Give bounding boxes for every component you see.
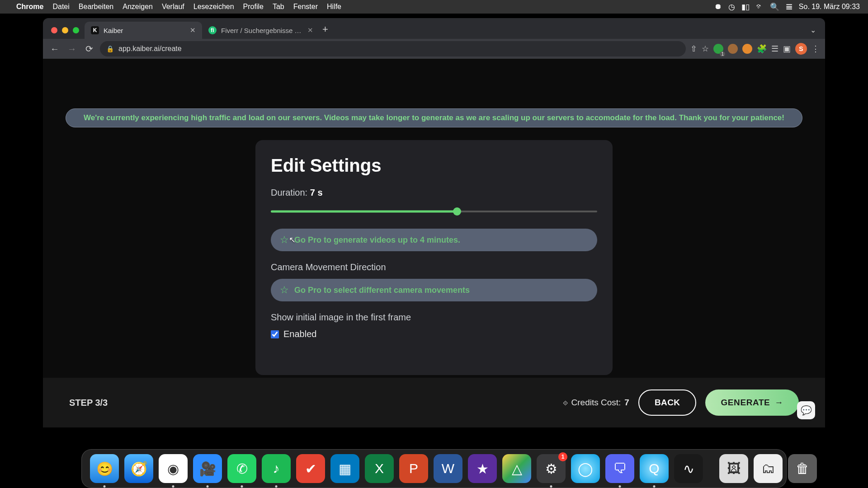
go-pro-duration-pill[interactable]: ☆ Go Pro to generate videos up to 4 minu… xyxy=(271,229,597,251)
menu-lesezeichen[interactable]: Lesezeichen xyxy=(193,3,234,11)
credits-value: 7 xyxy=(624,398,629,408)
page-viewport: We're currently experiencing high traffi… xyxy=(43,59,825,427)
dock-trash-icon[interactable]: 🗑 xyxy=(788,454,817,483)
nav-forward-icon[interactable]: → xyxy=(66,44,78,54)
go-pro-camera-text: Go Pro to select different camera moveme… xyxy=(294,286,470,295)
menu-tab[interactable]: Tab xyxy=(273,3,284,11)
credits-label: Credits Cost: xyxy=(571,398,621,408)
generate-button[interactable]: GENERATE → xyxy=(705,389,799,416)
chrome-tabstrip: K Kaiber ✕ fi Fiverr / Suchergebnisse fü… xyxy=(43,18,825,39)
dock-audio-app-icon[interactable]: ∿ xyxy=(674,454,703,483)
menu-verlauf[interactable]: Verlauf xyxy=(162,3,184,11)
dock-trello-icon[interactable]: ▦ xyxy=(330,454,359,483)
duration-slider[interactable] xyxy=(271,206,597,217)
slider-thumb[interactable] xyxy=(453,207,461,216)
spotlight-icon[interactable]: 🔍 xyxy=(770,2,779,12)
dock-powerpoint-icon[interactable]: P xyxy=(399,454,428,483)
dock-excel-icon[interactable]: X xyxy=(365,454,394,483)
tab-kaiber[interactable]: K Kaiber ✕ xyxy=(85,22,202,39)
dock-discord-icon[interactable]: 🗨 xyxy=(605,454,634,483)
battery-icon[interactable]: ▮▯ xyxy=(741,2,750,12)
dock-stack-icon[interactable]: 🗂 xyxy=(754,454,783,483)
kebab-menu-icon[interactable]: ⋮ xyxy=(811,44,820,54)
credits-cost: ⟐ Credits Cost: 7 xyxy=(563,398,629,408)
generate-label: GENERATE xyxy=(721,398,770,408)
wifi-icon[interactable]: ᯤ xyxy=(756,2,764,11)
reading-list-icon[interactable]: ☰ xyxy=(771,44,778,54)
enabled-checkbox[interactable] xyxy=(271,330,279,338)
menu-fenster[interactable]: Fenster xyxy=(293,3,318,11)
dock-todoist-icon[interactable]: ✔ xyxy=(296,454,325,483)
extension-badge: 1 xyxy=(720,52,725,56)
panel-heading: Edit Settings xyxy=(271,155,597,176)
chat-icon: 💬 xyxy=(801,405,812,416)
dock-imovie-icon[interactable]: ★ xyxy=(468,454,497,483)
side-panel-icon[interactable]: ▣ xyxy=(783,44,791,54)
tab-overflow-icon[interactable]: ⌄ xyxy=(810,26,816,34)
dock-spotify-icon[interactable]: ♪ xyxy=(262,454,291,483)
go-pro-duration-text: Go Pro to generate videos up to 4 minute… xyxy=(294,235,460,245)
dock-settings-icon[interactable]: ⚙ 1 xyxy=(537,454,566,483)
dock-whatsapp-icon[interactable]: ✆ xyxy=(227,454,256,483)
menu-profile[interactable]: Profile xyxy=(243,3,264,11)
settings-badge: 1 xyxy=(558,452,567,461)
dock-app-icon[interactable]: ◯ xyxy=(571,454,600,483)
tab-title: Fiverr / Suchergebnisse für „lo xyxy=(221,27,303,34)
tab-close-icon[interactable]: ✕ xyxy=(190,26,196,34)
duration-value: 7 s xyxy=(310,188,323,197)
window-zoom-icon[interactable] xyxy=(73,27,79,33)
extensions-puzzle-icon[interactable]: 🧩 xyxy=(757,44,767,54)
extension-icon[interactable] xyxy=(728,44,738,54)
dock-quicktime-icon[interactable]: Q xyxy=(640,454,669,483)
menubar-datetime[interactable]: So. 19. März 09:33 xyxy=(799,3,860,11)
star-icon: ☆ xyxy=(280,284,289,296)
menu-anzeigen[interactable]: Anzeigen xyxy=(123,3,153,11)
dock-finder-icon[interactable]: 😊 xyxy=(90,454,119,483)
macos-dock: 😊 🧭 ◉ 🎥 ✆ ♪ ✔ ▦ X P W ★ △ ⚙ 1 ◯ 🗨 Q ∿ 🖼 … xyxy=(81,449,787,488)
nav-reload-icon[interactable]: ⟳ xyxy=(83,43,95,54)
extension-icon[interactable] xyxy=(742,44,752,54)
edit-settings-panel: Edit Settings Duration: 7 s ☆ Go Pro to … xyxy=(255,140,613,375)
enabled-label: Enabled xyxy=(283,329,316,339)
window-close-icon[interactable] xyxy=(51,27,57,33)
menu-hilfe[interactable]: Hilfe xyxy=(327,3,341,11)
screen-record-icon[interactable]: ⏺ xyxy=(714,2,722,11)
nav-back-icon[interactable]: ← xyxy=(48,44,61,54)
menu-datei[interactable]: Datei xyxy=(52,3,69,11)
dock-screenshot-icon[interactable]: 🖼 xyxy=(719,454,748,483)
menu-bearbeiten[interactable]: Bearbeiten xyxy=(79,3,113,11)
back-button[interactable]: BACK xyxy=(638,389,697,416)
favicon-fiverr-icon: fi xyxy=(208,26,217,34)
duration-label: Duration: 7 s xyxy=(271,188,597,198)
banner-text: We're currently experiencing high traffi… xyxy=(84,113,784,122)
tab-title: Kaiber xyxy=(104,27,185,34)
control-center-icon[interactable]: 𝌆 xyxy=(786,2,793,12)
menubar-app-name[interactable]: Chrome xyxy=(16,3,43,11)
dock-word-icon[interactable]: W xyxy=(434,454,462,483)
clock-icon[interactable]: ◷ xyxy=(728,2,735,12)
wizard-footer: STEP 3/3 ⟐ Credits Cost: 7 BACK GENERATE… xyxy=(43,378,825,427)
macos-menubar: Chrome Datei Bearbeiten Anzeigen Verlauf… xyxy=(0,0,868,14)
dock-drive-icon[interactable]: △ xyxy=(502,454,531,483)
enabled-row: Enabled xyxy=(271,329,597,339)
intercom-launcher[interactable]: 💬 xyxy=(797,401,815,419)
tab-close-icon[interactable]: ✕ xyxy=(307,26,313,34)
tab-fiverr[interactable]: fi Fiverr / Suchergebnisse für „lo ✕ xyxy=(202,22,320,39)
duration-label-text: Duration: xyxy=(271,188,310,197)
dock-safari-icon[interactable]: 🧭 xyxy=(124,454,153,483)
dock-chrome-icon[interactable]: ◉ xyxy=(159,454,188,483)
new-tab-button[interactable]: + xyxy=(322,23,328,35)
high-traffic-banner: We're currently experiencing high traffi… xyxy=(66,108,802,127)
go-pro-camera-pill[interactable]: ☆ Go Pro to select different camera move… xyxy=(271,279,597,301)
window-minimize-icon[interactable] xyxy=(62,27,68,33)
address-bar[interactable]: 🔒 app.kaiber.ai/create xyxy=(100,41,686,56)
star-icon: ☆ xyxy=(280,234,289,246)
chrome-window: K Kaiber ✕ fi Fiverr / Suchergebnisse fü… xyxy=(43,18,825,427)
lock-icon: 🔒 xyxy=(106,45,114,52)
extension-shield-icon[interactable]: 1 xyxy=(713,44,723,54)
profile-avatar[interactable]: S xyxy=(795,43,807,55)
dock-zoom-icon[interactable]: 🎥 xyxy=(193,454,222,483)
chrome-toolbar: ← → ⟳ 🔒 app.kaiber.ai/create ⇧ ☆ 1 🧩 ☰ xyxy=(43,39,825,59)
bookmark-star-icon[interactable]: ☆ xyxy=(702,44,709,54)
share-icon[interactable]: ⇧ xyxy=(690,44,697,54)
